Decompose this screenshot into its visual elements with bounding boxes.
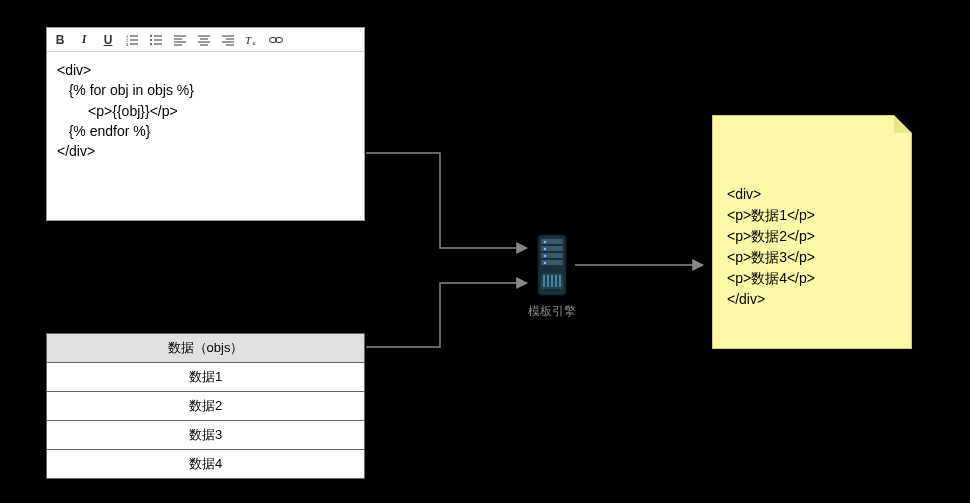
- table-row: 数据1: [47, 363, 364, 392]
- table-row: 数据2: [47, 392, 364, 421]
- align-right-icon[interactable]: [221, 34, 235, 46]
- align-center-icon[interactable]: [197, 34, 211, 46]
- table-row: 数据3: [47, 421, 364, 450]
- server-icon: [535, 233, 569, 297]
- svg-point-10: [150, 39, 152, 41]
- template-code: <div> {% for obj in objs %} <p>{{obj}}</…: [47, 52, 364, 169]
- svg-point-11: [150, 43, 152, 45]
- link-icon[interactable]: [269, 35, 283, 45]
- svg-point-35: [544, 255, 546, 257]
- svg-text:T: T: [245, 34, 252, 46]
- engine-label: 模板引擎: [500, 303, 604, 320]
- table-row: 数据4: [47, 450, 364, 479]
- svg-point-33: [544, 241, 546, 243]
- italic-icon[interactable]: I: [77, 32, 91, 47]
- arrow-template-to-engine: [366, 153, 527, 248]
- output-code: <div> <p>数据1</p> <p>数据2</p> <p>数据3</p> <…: [727, 184, 815, 310]
- clear-format-icon[interactable]: T×: [245, 34, 259, 46]
- editor-toolbar: B I U 123 T×: [47, 28, 364, 52]
- ordered-list-icon[interactable]: 123: [125, 34, 139, 46]
- bold-icon[interactable]: B: [53, 33, 67, 47]
- data-table: 数据（objs） 数据1 数据2 数据3 数据4: [46, 333, 365, 479]
- table-header: 数据（objs）: [47, 334, 364, 363]
- align-left-icon[interactable]: [173, 34, 187, 46]
- output-note: <div> <p>数据1</p> <p>数据2</p> <p>数据3</p> <…: [712, 115, 912, 349]
- svg-text:×: ×: [252, 40, 256, 46]
- underline-icon[interactable]: U: [101, 33, 115, 47]
- template-editor: B I U 123 T× <div> {% for obj in objs %}…: [46, 27, 365, 221]
- note-fold-icon: [894, 115, 912, 133]
- unordered-list-icon[interactable]: [149, 34, 163, 46]
- svg-point-36: [544, 262, 546, 264]
- svg-text:3: 3: [126, 42, 129, 46]
- svg-point-9: [150, 35, 152, 37]
- svg-point-34: [544, 248, 546, 250]
